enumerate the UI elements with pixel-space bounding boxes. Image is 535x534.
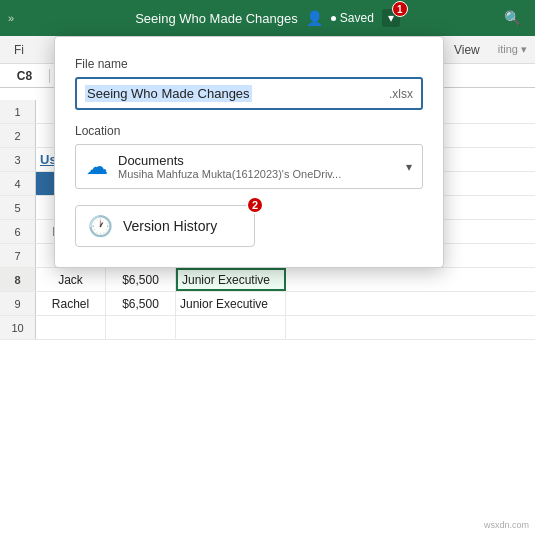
title-bar: » Seeing Who Made Changes 👤 Saved ▾ 1 🔍 — [0, 0, 535, 36]
row-num-2: 2 — [0, 124, 36, 147]
cell-c10[interactable] — [176, 316, 286, 339]
watermark: wsxdn.com — [484, 520, 529, 530]
table-row: 9 Rachel $6,500 Junior Executive — [0, 292, 535, 316]
title-bar-right-icons: 🔍 — [500, 8, 525, 28]
file-extension: .xlsx — [389, 87, 413, 101]
location-label: Location — [75, 124, 423, 138]
filename-text: Seeing Who Made Changes — [85, 85, 252, 102]
ribbon-tab-file[interactable]: Fi — [8, 41, 30, 59]
saved-text: Saved — [340, 11, 374, 25]
version-history-label: Version History — [123, 218, 217, 234]
title-bar-title: Seeing Who Made Changes — [135, 11, 298, 26]
saved-status: Saved — [331, 11, 374, 25]
row-num-6: 6 — [0, 220, 36, 243]
badge-2: 2 — [246, 196, 264, 214]
row-num-7: 7 — [0, 244, 36, 267]
cloud-icon: ☁ — [86, 154, 108, 180]
people-icon: 👤 — [306, 10, 323, 26]
save-popup: File name Seeing Who Made Changes .xlsx … — [54, 36, 444, 268]
badge-1: 1 — [392, 1, 408, 17]
row-num-5: 5 — [0, 196, 36, 219]
row-num-4: 4 — [0, 172, 36, 195]
cell-name-9[interactable]: Rachel — [36, 292, 106, 315]
row-num-3: 3 — [0, 148, 36, 171]
ribbon-tab-view[interactable]: View — [448, 41, 486, 59]
cell-name-8[interactable]: Jack — [36, 268, 106, 291]
location-name: Documents — [118, 153, 396, 168]
cell-salary-8[interactable]: $6,500 — [106, 268, 176, 291]
row-num-9: 9 — [0, 292, 36, 315]
location-box[interactable]: ☁ Documents Musiha Mahfuza Mukta(1612023… — [75, 144, 423, 189]
filename-label: File name — [75, 57, 423, 71]
cell-a10[interactable] — [36, 316, 106, 339]
cell-salary-9[interactable]: $6,500 — [106, 292, 176, 315]
row-num-1: 1 — [0, 100, 36, 123]
search-button[interactable]: 🔍 — [500, 8, 525, 28]
cell-designation-8[interactable]: Junior Executive — [176, 268, 286, 291]
row-num-8: 8 — [0, 268, 36, 291]
cell-reference: C8 — [0, 69, 50, 83]
version-history-button[interactable]: 🕐 Version History 2 — [75, 205, 255, 247]
autosave-dropdown-button[interactable]: ▾ 1 — [382, 9, 400, 27]
location-text: Documents Musiha Mahfuza Mukta(1612023)'… — [118, 153, 396, 180]
cell-b10[interactable] — [106, 316, 176, 339]
filename-box[interactable]: Seeing Who Made Changes .xlsx — [75, 77, 423, 110]
view-options: iting ▾ — [498, 43, 527, 56]
table-row: 10 — [0, 316, 535, 340]
title-bar-arrows: » — [8, 12, 14, 24]
table-row: 8 Jack $6,500 Junior Executive — [0, 268, 535, 292]
cell-designation-9[interactable]: Junior Executive — [176, 292, 286, 315]
dot-separator — [331, 16, 336, 21]
version-history-icon: 🕐 — [88, 214, 113, 238]
row-num-10: 10 — [0, 316, 36, 339]
location-path: Musiha Mahfuza Mukta(1612023)'s OneDriv.… — [118, 168, 396, 180]
chevron-down-icon: ▾ — [406, 160, 412, 174]
